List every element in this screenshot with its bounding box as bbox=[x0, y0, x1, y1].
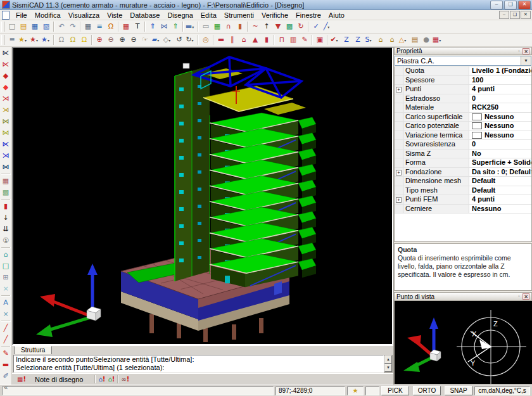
orbit-icon[interactable]: ↺ bbox=[174, 34, 185, 46]
travi-icon[interactable]: ⊓ bbox=[276, 34, 288, 46]
menu-viste[interactable]: Viste bbox=[103, 11, 126, 20]
close-button[interactable]: ✕ bbox=[518, 1, 531, 10]
property-value[interactable]: Nessuno bbox=[469, 113, 531, 122]
mdi-restore-button[interactable]: ❑ bbox=[510, 11, 520, 19]
north-arrow-green-icon[interactable]: ⇑ bbox=[170, 21, 181, 32]
notes-icon[interactable]: ▦! bbox=[17, 376, 26, 383]
copia-icon[interactable]: ⊞ bbox=[0, 272, 11, 283]
dropdown-arrow-icon[interactable]: ▾ bbox=[36, 38, 40, 42]
quota-x-icon[interactable]: × bbox=[0, 283, 11, 295]
note-next-icon[interactable]: ⌂! bbox=[108, 376, 115, 383]
pilastri-icon[interactable]: ∥ bbox=[227, 34, 238, 46]
polilinea-rossa-icon[interactable]: ╱ bbox=[0, 334, 11, 345]
pan-icon[interactable]: ☞ bbox=[139, 34, 151, 46]
menu-file[interactable]: File bbox=[12, 11, 31, 20]
zoom-previous-icon[interactable]: ⊖ bbox=[105, 34, 117, 46]
save-icon[interactable]: ▦ bbox=[29, 21, 41, 32]
dropdown-arrow-icon[interactable]: ▾ bbox=[404, 38, 408, 42]
viewpoint-close-icon[interactable]: ✕ bbox=[522, 293, 529, 300]
matita-icon[interactable]: ✎ bbox=[0, 348, 11, 359]
rock-icon[interactable]: ● bbox=[421, 34, 432, 46]
property-value[interactable]: Da sito : 0; Default; De bbox=[469, 168, 531, 177]
foglio-icon[interactable]: ① bbox=[0, 235, 11, 246]
force-icon[interactable]: ↑ bbox=[261, 21, 272, 32]
scroll-up-icon[interactable]: ▲ bbox=[384, 355, 392, 364]
node-restraint-9-icon[interactable]: ⋉ bbox=[0, 139, 11, 150]
pick-toggle[interactable]: PICK bbox=[381, 386, 409, 395]
solai-icon[interactable]: ▥ bbox=[288, 34, 299, 46]
zoom-selected-icon[interactable]: ◎ bbox=[200, 34, 212, 46]
command-scrollbar[interactable]: ▲ ▼ bbox=[384, 355, 393, 373]
draw-line-icon[interactable]: ╱▾ bbox=[322, 21, 333, 32]
node-restraint-5-icon[interactable]: ⋊ bbox=[0, 93, 11, 105]
property-value[interactable]: 100 bbox=[469, 76, 531, 85]
pin-icon[interactable]: ◦ bbox=[516, 48, 522, 54]
expand-icon[interactable]: + bbox=[396, 170, 402, 176]
diagram-icon[interactable]: ~ bbox=[250, 21, 261, 32]
weather-star-icon[interactable]: ★ bbox=[347, 386, 364, 395]
north-arrow-icon[interactable]: ⇑ bbox=[147, 21, 158, 32]
color-box[interactable] bbox=[472, 132, 482, 139]
node-restraint-3-icon[interactable]: ◆ bbox=[0, 70, 11, 82]
dropdown-arrow-icon[interactable]: ▾ bbox=[48, 38, 51, 42]
property-value[interactable]: 0 bbox=[469, 94, 531, 103]
node-restraint-6-icon[interactable]: ⋊ bbox=[0, 105, 11, 116]
toolbar-grip[interactable] bbox=[1, 22, 4, 32]
favorites-manage-icon[interactable]: ★▾ bbox=[41, 34, 52, 46]
property-value[interactable]: Nessuno bbox=[469, 131, 531, 140]
render-mode-icon[interactable]: ▬▾ bbox=[185, 21, 196, 32]
properties-close-icon[interactable]: ✕ bbox=[522, 48, 529, 54]
property-value[interactable]: Superficie + Solido bbox=[469, 158, 531, 167]
shade-view-icon[interactable]: ▰▾ bbox=[151, 34, 162, 46]
property-value[interactable]: Livello 1 (Fondazior ▼ bbox=[469, 67, 531, 75]
pilastro-icon[interactable]: ▮ bbox=[0, 201, 11, 212]
pressure-icon[interactable]: ▼ bbox=[272, 21, 284, 32]
redo-icon[interactable]: ↷ bbox=[67, 21, 79, 32]
mdi-close-button[interactable]: ✕ bbox=[521, 11, 531, 19]
colormap-icon[interactable]: ▩ bbox=[284, 21, 295, 32]
text-style-icon[interactable]: T bbox=[132, 21, 143, 32]
property-value[interactable]: Default bbox=[469, 186, 531, 195]
menu-disegna[interactable]: Disegna bbox=[163, 11, 196, 20]
collapse-icon[interactable]: « bbox=[0, 382, 11, 393]
preferences-icon[interactable]: ▦ bbox=[120, 21, 132, 32]
truss-icon[interactable]: ⌂ bbox=[375, 34, 386, 46]
node-restraint-2-icon[interactable]: ⋉ bbox=[0, 59, 11, 70]
command-line[interactable]: Indicare il secondo puntoSelezionare ent… bbox=[13, 355, 384, 373]
quota-testo-icon[interactable]: A bbox=[0, 297, 11, 309]
linea-rossa-icon[interactable]: ╱ bbox=[0, 323, 11, 334]
favorites-add-icon[interactable]: ★▾ bbox=[29, 34, 41, 46]
property-value[interactable]: Default bbox=[469, 177, 531, 186]
undo-icon[interactable]: ↶ bbox=[56, 21, 67, 32]
carichi-icon[interactable]: ⇊ bbox=[0, 224, 11, 235]
finestra-icon[interactable]: □ bbox=[0, 260, 11, 272]
dropdown-arrow-icon[interactable]: ▾ bbox=[168, 38, 172, 42]
new-file-icon[interactable]: □ bbox=[6, 21, 18, 32]
moment-icon[interactable]: ↻ bbox=[295, 21, 307, 32]
menu-database[interactable]: Database bbox=[126, 11, 163, 20]
verifiche-icon[interactable]: ✔▾ bbox=[329, 34, 341, 46]
carico-icon[interactable]: ↓ bbox=[0, 212, 11, 224]
dropdown-arrow-icon[interactable]: ▾ bbox=[192, 38, 196, 42]
node-restraint-8-icon[interactable]: ⋈ bbox=[0, 127, 11, 139]
node-restraint-7-icon[interactable]: ⋈ bbox=[0, 116, 11, 127]
mdi-minimize-button[interactable]: – bbox=[499, 11, 509, 19]
colonna-icon[interactable]: ▮ bbox=[261, 34, 272, 46]
wood-icon[interactable]: △▾ bbox=[398, 34, 409, 46]
steel-profile-icon[interactable]: S▾ bbox=[364, 34, 375, 46]
menu-visualizza[interactable]: Visualizza bbox=[65, 11, 103, 20]
minimize-button[interactable]: – bbox=[490, 1, 503, 10]
quota-numero-icon[interactable]: × bbox=[0, 309, 11, 320]
drawing-viewport[interactable] bbox=[12, 47, 393, 345]
menu-finestre[interactable]: Finestre bbox=[292, 11, 325, 20]
steel-x2-icon[interactable]: Z bbox=[352, 34, 364, 46]
falda-icon[interactable]: ▦ bbox=[0, 176, 11, 187]
truss2-icon[interactable]: ⌂ bbox=[386, 34, 398, 46]
node-restraint-1-icon[interactable]: ⋉ bbox=[0, 48, 11, 59]
viewpoint-canvas[interactable]: Z X Y bbox=[394, 301, 532, 385]
zoom-out-icon[interactable]: ⊖ bbox=[128, 34, 139, 46]
menu-strumenti[interactable]: Strumenti bbox=[220, 11, 258, 20]
light-off-icon[interactable]: Ω bbox=[56, 34, 67, 46]
silo-icon[interactable]: ⌂ bbox=[238, 34, 250, 46]
dropdown-arrow-icon[interactable]: ▾ bbox=[25, 38, 28, 42]
